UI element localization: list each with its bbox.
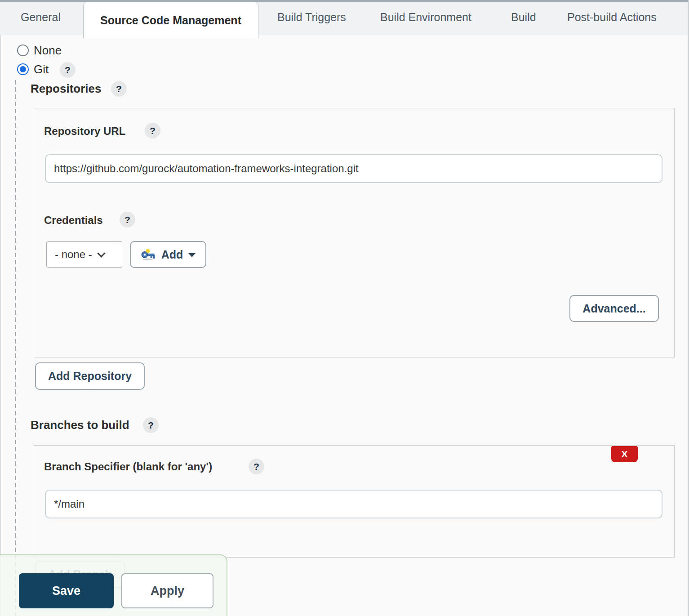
tab-post-build-actions[interactable]: Post-build Actions (567, 11, 657, 24)
tab-build-environment[interactable]: Build Environment (380, 11, 471, 24)
repository-url-input[interactable] (45, 154, 662, 183)
branches-help-icon[interactable]: ? (143, 417, 159, 433)
tab-general[interactable]: General (21, 11, 61, 24)
scm-git-radio[interactable] (17, 63, 29, 75)
repositories-help-icon[interactable]: ? (111, 81, 127, 97)
add-credentials-label: Add (161, 248, 183, 261)
git-help-icon[interactable]: ? (60, 62, 76, 78)
credentials-help-icon[interactable]: ? (120, 212, 135, 228)
page-left-border (0, 35, 1, 616)
branch-specifier-help-icon[interactable]: ? (249, 459, 264, 474)
branch-specifier-input[interactable] (45, 490, 662, 518)
scm-none-radio-label[interactable]: None (34, 44, 62, 58)
key-icon (141, 248, 158, 261)
save-button[interactable]: Save (19, 573, 114, 608)
delete-branch-button[interactable]: X (611, 446, 638, 462)
tab-build-triggers[interactable]: Build Triggers (277, 11, 346, 24)
credentials-selected-value: - none - (47, 248, 92, 261)
branches-to-build-heading: Branches to build (31, 418, 129, 432)
apply-button[interactable]: Apply (121, 573, 213, 608)
add-repository-label: Add Repository (48, 370, 132, 383)
advanced-button-label: Advanced... (582, 302, 645, 315)
scm-git-radio-label[interactable]: Git (34, 62, 49, 76)
add-repository-button[interactable]: Add Repository (35, 362, 145, 390)
caret-down-icon (188, 253, 196, 257)
repositories-heading: Repositories (31, 82, 102, 96)
advanced-button[interactable]: Advanced... (569, 295, 659, 322)
tree-indent-line (15, 80, 16, 616)
tab-source-code-management[interactable]: Source Code Management (83, 2, 258, 38)
add-credentials-button[interactable]: Add (130, 241, 206, 268)
branch-specifier-label: Branch Specifier (blank for 'any') (44, 460, 212, 473)
tab-build[interactable]: Build (511, 11, 536, 24)
credentials-label: Credentials (44, 214, 103, 227)
tab-source-code-management-label: Source Code Management (100, 14, 241, 27)
chevron-down-icon (97, 249, 105, 257)
scm-none-radio[interactable] (17, 45, 29, 56)
credentials-select[interactable]: - none - (46, 241, 122, 268)
repository-url-label: Repository URL (44, 125, 125, 138)
repository-url-help-icon[interactable]: ? (145, 123, 160, 138)
